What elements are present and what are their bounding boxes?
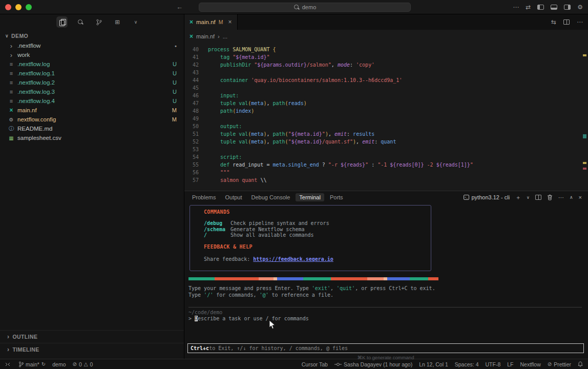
line-number: 57 xyxy=(184,176,199,184)
terminal-instance-label: python3.12 - cli xyxy=(472,194,510,200)
code-line[interactable]: 55 def read_input = meta.single_end ? "-… xyxy=(184,161,588,169)
git-blame-status[interactable]: Sasha Dagayev (1 hour ago) xyxy=(334,361,412,367)
code-line[interactable]: 56 """ xyxy=(184,169,588,176)
code-line[interactable]: 51 tuple val(meta), path("${meta.id}"), … xyxy=(184,130,588,138)
file-tree-item[interactable]: ≡.nextflow.log.3U xyxy=(0,87,184,96)
source-control-icon[interactable] xyxy=(93,16,104,28)
cursor-position-status[interactable]: Ln 12, Col 1 xyxy=(419,361,448,367)
line-number: 41 xyxy=(184,53,199,61)
panel-tab-terminal[interactable]: Terminal xyxy=(296,193,324,201)
more-actions-icon[interactable]: ⋯ xyxy=(513,4,519,11)
split-editor-icon[interactable] xyxy=(563,19,570,25)
cli-hint-input[interactable]: Ctrl+c to Exit, ↑/↓ for history, / comma… xyxy=(187,343,584,353)
breadcrumb-tail[interactable]: ... xyxy=(223,33,227,39)
file-tree-item[interactable]: ⚙nextflow.configM xyxy=(0,115,184,124)
code-line[interactable]: 42 publishDir "${params.outdir}/salmon",… xyxy=(184,61,588,69)
code-line[interactable]: 47 tuple val(meta), path(reads) xyxy=(184,99,588,107)
code-line[interactable]: 54 script: xyxy=(184,153,588,161)
open-changes-icon[interactable]: ⇆ xyxy=(551,18,556,26)
panel-tab-debug-console[interactable]: Debug Console xyxy=(248,193,294,201)
file-tree-item[interactable]: ⓘREADME.md xyxy=(0,124,184,133)
code-line[interactable]: 46 input: xyxy=(184,92,588,99)
file-tree-item[interactable]: ≡.nextflow.log.1U xyxy=(0,69,184,78)
gradient-segment xyxy=(274,277,277,280)
indentation-status[interactable]: Spaces: 4 xyxy=(455,361,479,367)
eol-status[interactable]: LF xyxy=(507,361,513,367)
formatter-status[interactable]: ⊘Prettier xyxy=(548,361,571,367)
remote-indicator[interactable] xyxy=(5,362,10,367)
panel-tab-ports[interactable]: Ports xyxy=(326,193,347,201)
notifications-bell[interactable] xyxy=(578,361,583,367)
editor-more-actions-icon[interactable]: ⋯ xyxy=(577,18,583,26)
problems-status[interactable]: ⊘0 △0 xyxy=(73,361,93,367)
panel-tab-problems[interactable]: Problems xyxy=(188,193,219,201)
new-terminal-icon[interactable]: ＋ xyxy=(515,194,521,201)
terminal-content[interactable]: COMMANDS /debugCheck pipeline syntax and… xyxy=(184,203,588,359)
close-panel-icon[interactable]: × xyxy=(579,194,582,200)
outline-section[interactable]: › OUTLINE xyxy=(0,330,184,343)
explorer-section-header[interactable]: ∨ DEMO xyxy=(0,30,184,41)
explorer-icon[interactable] xyxy=(56,16,68,28)
code-line[interactable]: 43 xyxy=(184,69,588,76)
code-line[interactable]: 40process SALMON_QUANT { xyxy=(184,46,588,53)
code-line[interactable]: 53 xyxy=(184,146,588,153)
close-window-button[interactable] xyxy=(5,4,11,10)
commands-title: COMMANDS xyxy=(204,209,431,215)
panel-tab-output[interactable]: Output xyxy=(221,193,245,201)
toggle-panel-icon[interactable] xyxy=(551,5,557,10)
git-status-badge: U xyxy=(173,89,177,95)
tab-main-nf[interactable]: × main.nf M × xyxy=(184,14,238,30)
code-editor[interactable]: 40process SALMON_QUANT {41 tag "${meta.i… xyxy=(184,43,588,191)
code-line[interactable]: 44 container 'quay.io/biocontainers/salm… xyxy=(184,76,588,84)
minimize-window-button[interactable] xyxy=(15,4,22,10)
file-tree-item[interactable]: ≡.nextflow.log.2U xyxy=(0,78,184,87)
code-line[interactable]: 57 salmon quant \\ xyxy=(184,176,588,184)
command-center-search[interactable]: demo xyxy=(199,3,411,12)
views-chevron-down-icon[interactable]: ∨ xyxy=(130,16,141,28)
sync-arrows-icon[interactable]: ⇄ xyxy=(526,4,531,11)
file-tree-item[interactable]: ≡.nextflow.log.4U xyxy=(0,96,184,106)
feedback-link[interactable]: https://feedback.seqera.io xyxy=(253,256,333,262)
code-line[interactable]: 52 tuple val(meta), path("${meta.id}/qua… xyxy=(184,138,588,146)
breadcrumb[interactable]: × main.nf › ... xyxy=(184,30,588,43)
toggle-sidebar-icon[interactable] xyxy=(537,5,544,10)
terminal-dropdown-chevron-icon[interactable]: ∨ xyxy=(527,195,530,200)
code-line[interactable]: 41 tag "${meta.id}" xyxy=(184,53,588,61)
file-tree-item[interactable]: ×main.nfM xyxy=(0,106,184,115)
project-status[interactable]: demo xyxy=(52,361,66,367)
panel-more-actions-icon[interactable]: ⋯ xyxy=(558,194,564,201)
split-terminal-icon[interactable] xyxy=(535,195,541,200)
language-mode-status[interactable]: Nextflow xyxy=(520,361,541,367)
file-name: samplesheet.csv xyxy=(17,135,177,141)
code-line[interactable]: 50 output: xyxy=(184,122,588,130)
back-icon[interactable]: ← xyxy=(176,3,183,11)
extensions-icon[interactable]: ⊞ xyxy=(112,16,123,28)
cursor-tab-status[interactable]: Cursor Tab xyxy=(302,361,328,367)
toggle-secondary-sidebar-icon[interactable] xyxy=(564,5,571,10)
terminal-prompt[interactable]: > Describe a task or use / for commands xyxy=(188,316,309,321)
search-view-icon[interactable] xyxy=(75,16,86,28)
ruler-mark xyxy=(583,168,586,170)
encoding-status[interactable]: UTF-8 xyxy=(485,361,500,367)
code-line[interactable]: 48 path(index) xyxy=(184,107,588,115)
file-tree-item[interactable]: ›work xyxy=(0,50,184,59)
code-line[interactable]: 49 xyxy=(184,115,588,122)
git-branch-icon xyxy=(18,361,24,367)
settings-gear-icon[interactable]: ⚙ xyxy=(577,4,583,11)
git-branch-status[interactable]: main* ↻ xyxy=(18,361,46,367)
zoom-window-button[interactable] xyxy=(26,4,32,10)
generate-command-hint: ⌘K to generate command xyxy=(187,355,584,360)
command-row: /Show all available commands xyxy=(204,232,431,238)
kill-terminal-trash-icon[interactable] xyxy=(547,194,553,200)
file-tree-item[interactable]: ▦samplesheet.csv xyxy=(0,133,184,142)
command-description: Show all available commands xyxy=(230,232,314,238)
file-tree-item[interactable]: ›.nextflow● xyxy=(0,41,184,50)
terminal-instance[interactable]: >_ python3.12 - cli xyxy=(464,194,510,200)
code-line[interactable]: 45 xyxy=(184,84,588,92)
close-tab-icon[interactable]: × xyxy=(228,18,232,26)
timeline-section[interactable]: › TIMELINE xyxy=(0,343,184,356)
file-tree-item[interactable]: ≡.nextflow.logU xyxy=(0,59,184,69)
maximize-panel-chevron-icon[interactable]: ∧ xyxy=(570,195,573,200)
breadcrumb-file[interactable]: main.nf xyxy=(196,33,215,39)
command-row: /schemaGenerate Nextflow schema xyxy=(204,227,431,233)
